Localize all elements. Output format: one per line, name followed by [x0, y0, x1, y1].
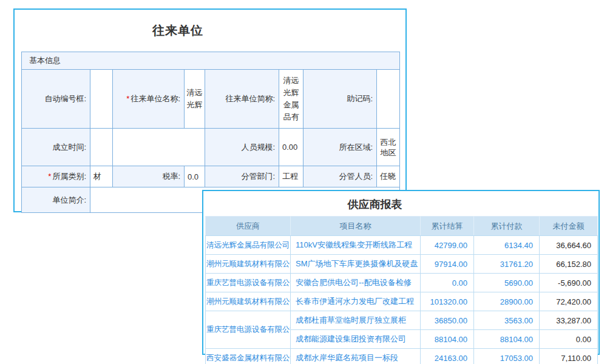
project-link[interactable]: 110kV安徽线程集变开断线路工程	[291, 236, 421, 255]
form-row-2: 成立时间: 人员规模: 0.00 所在区域: 西北地区	[22, 129, 400, 166]
settled-amount[interactable]: 0.00	[421, 274, 474, 292]
supplier-report-panel: 供应商报表 供应商 项目名称 累计结算 累计付款 未付金额 清远光辉金属品有限公…	[202, 190, 600, 355]
form-row-3: *所属类别: 材 税率: 0.0 分管部门: 工程 分管人员: 任晓	[22, 166, 400, 187]
basic-info-form-table: 基本信息 自动编号框: *往来单位名称: 清远光辉 往来单位简称: 清远光辉金属…	[21, 52, 400, 213]
partner-name-label: *往来单位名称:	[113, 70, 185, 129]
settled-amount[interactable]: 24163.00	[421, 349, 474, 364]
table-header-row: 供应商 项目名称 累计结算 累计付款 未付金额	[206, 217, 598, 236]
paid-amount[interactable]: 17053.00	[474, 349, 540, 364]
form-panel-title: 往来单位	[15, 10, 405, 39]
region-value: 西北地区	[377, 129, 400, 166]
intro-label: 单位简介:	[22, 187, 90, 213]
unpaid-amount: 36,664.60	[540, 236, 598, 255]
unpaid-amount: 72,420.00	[540, 292, 598, 311]
supplier-link[interactable]: 潮州元顺建筑材料有限公司	[206, 292, 291, 311]
paid-amount[interactable]: 31761.20	[474, 255, 540, 274]
partner-name-value: 清远光辉	[185, 70, 205, 129]
column-header-supplier: 供应商	[206, 217, 291, 236]
table-row: 潮州元顺建筑材料有限公司 长春市伊通河水力发电厂改建工程 101320.00 2…	[206, 292, 598, 311]
required-asterisk: *	[126, 94, 129, 103]
supplier-link[interactable]: 清远光辉金属品有限公司	[206, 236, 291, 255]
supplier-report-table: 供应商 项目名称 累计结算 累计付款 未付金额 清远光辉金属品有限公司 110k…	[205, 216, 598, 364]
staff-scale-value: 0.00	[279, 129, 304, 166]
column-header-project: 项目名称	[291, 217, 421, 236]
column-header-unpaid: 未付金额	[540, 217, 598, 236]
project-link[interactable]: 成都能源建设集团投资有限公司	[291, 330, 421, 349]
project-link[interactable]: 安徽合肥供电公司--配电设备检修	[291, 274, 421, 292]
category-value: 材	[90, 166, 113, 187]
founded-time-value	[90, 129, 113, 166]
section-header-row: 基本信息	[22, 52, 400, 70]
supplier-link[interactable]: 西安盛器金属材料有限公司	[206, 349, 291, 364]
partner-short-name-value: 清远光辉金属品有	[279, 70, 304, 129]
paid-amount[interactable]: 6134.40	[474, 236, 540, 255]
table-row: 西安盛器金属材料有限公司 成都水岸华庭名苑项目一标段 24163.00 1705…	[206, 349, 598, 364]
mnemonic-code-label: 助记码:	[304, 70, 377, 129]
settled-amount[interactable]: 36850.00	[421, 311, 474, 330]
department-label: 分管部门:	[205, 166, 279, 187]
table-row: 潮州元顺建筑材料有限公司 SM广场地下车库更换摄像机及硬盘 97914.00 3…	[206, 255, 598, 274]
unpaid-amount: 33,287.00	[540, 311, 598, 330]
staff-scale-label: 人员规模:	[205, 129, 279, 166]
column-header-paid: 累计付款	[474, 217, 540, 236]
tax-rate-label: 税率:	[113, 166, 185, 187]
section-title: 基本信息	[22, 52, 400, 70]
founded-time-extra-cell	[113, 129, 205, 166]
column-header-settled: 累计结算	[421, 217, 474, 236]
project-link[interactable]: 长春市伊通河水力发电厂改建工程	[291, 292, 421, 311]
required-asterisk: *	[48, 172, 51, 181]
unpaid-amount: -5,690.00	[540, 274, 598, 292]
project-link[interactable]: 成都水岸华庭名苑项目一标段	[291, 349, 421, 364]
form-row-1: 自动编号框: *往来单位名称: 清远光辉 往来单位简称: 清远光辉金属品有 助记…	[22, 70, 400, 129]
settled-amount[interactable]: 88104.00	[421, 330, 474, 349]
settled-amount[interactable]: 97914.00	[421, 255, 474, 274]
table-row: 重庆艺普电源设备有限公司 成都杜甫草堂临时展厅独立展柜 36850.00 356…	[206, 311, 598, 330]
unpaid-amount: 66,152.80	[540, 255, 598, 274]
project-link[interactable]: SM广场地下车库更换摄像机及硬盘	[291, 255, 421, 274]
paid-amount[interactable]: 88104.00	[474, 330, 540, 349]
tax-rate-value: 0.0	[185, 166, 205, 187]
partner-form-panel: 往来单位 基本信息 自动编号框: *往来单位名称: 清远光辉 往来单位简称: 清…	[13, 8, 407, 212]
table-row: 清远光辉金属品有限公司 110kV安徽线程集变开断线路工程 42799.00 6…	[206, 236, 598, 255]
table-row: 重庆艺普电源设备有限公司 安徽合肥供电公司--配电设备检修 0.00 5690.…	[206, 274, 598, 292]
supplier-link[interactable]: 重庆艺普电源设备有限公司	[206, 274, 291, 292]
paid-amount[interactable]: 5690.00	[474, 274, 540, 292]
region-label: 所在区域:	[304, 129, 377, 166]
manager-label: 分管人员:	[304, 166, 377, 187]
settled-amount[interactable]: 101320.00	[421, 292, 474, 311]
supplier-link[interactable]: 重庆艺普电源设备有限公司	[206, 311, 291, 349]
mnemonic-code-value	[377, 70, 400, 129]
auto-number-value	[90, 70, 113, 129]
partner-short-name-label: 往来单位简称:	[205, 70, 279, 129]
supplier-link[interactable]: 潮州元顺建筑材料有限公司	[206, 255, 291, 274]
unpaid-amount: 7,110.00	[540, 349, 598, 364]
paid-amount[interactable]: 28900.00	[474, 292, 540, 311]
project-link[interactable]: 成都杜甫草堂临时展厅独立展柜	[291, 311, 421, 330]
category-label: *所属类别:	[22, 166, 90, 187]
auto-number-label: 自动编号框:	[22, 70, 90, 129]
report-panel-title: 供应商报表	[203, 191, 599, 212]
paid-amount[interactable]: 3563.00	[474, 311, 540, 330]
unpaid-amount: 0.00	[540, 330, 598, 349]
settled-amount[interactable]: 42799.00	[421, 236, 474, 255]
manager-value: 任晓	[377, 166, 400, 187]
founded-time-label: 成立时间:	[22, 129, 90, 166]
department-value: 工程	[279, 166, 304, 187]
